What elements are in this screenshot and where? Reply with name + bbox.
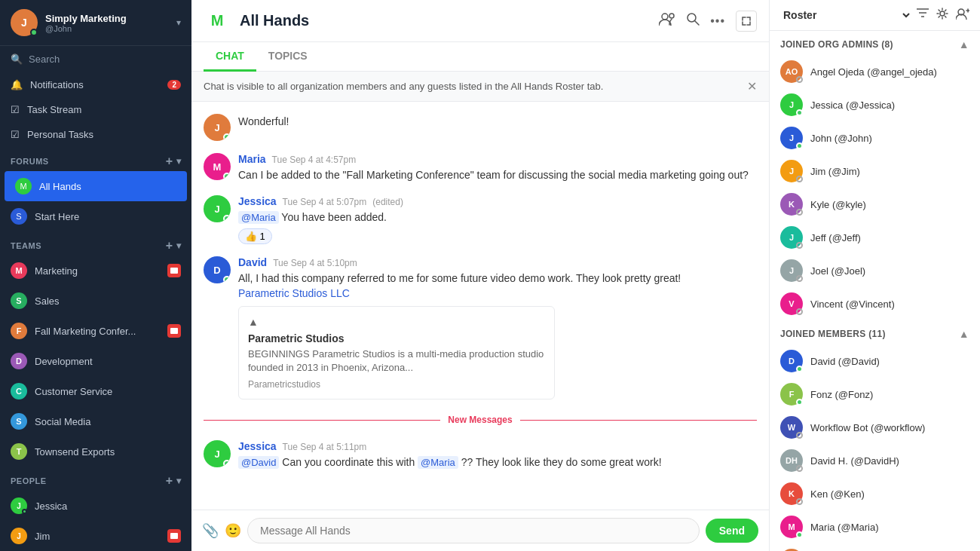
- roster-member[interactable]: M Melissa (@Melissa): [770, 543, 980, 551]
- message-input[interactable]: [247, 518, 700, 543]
- forums-collapse-icon[interactable]: ▾: [176, 156, 182, 167]
- thumbsup-reaction[interactable]: 👍 1: [238, 228, 272, 244]
- sidebar-item-jessica[interactable]: J Jessica: [0, 491, 191, 521]
- task-stream-item[interactable]: ☑ Task Stream: [0, 97, 191, 122]
- message-group-new: J Jessica Tue Sep 4 at 5:11pm @David Can…: [191, 434, 769, 476]
- msg-author-david[interactable]: David: [238, 256, 267, 268]
- kyle-avatar: K: [780, 193, 803, 216]
- sidebar-item-fall-marketing[interactable]: F Fall Marketing Confer...: [0, 316, 191, 346]
- new-messages-line-left: [204, 420, 440, 421]
- roster-member[interactable]: D David (@David): [770, 344, 980, 378]
- teams-collapse-icon[interactable]: ▾: [176, 240, 182, 251]
- roster-member[interactable]: DH David H. (@DavidH): [770, 444, 980, 477]
- sales-label: Sales: [35, 295, 60, 307]
- msg-time-jessica2: Tue Sep 4 at 5:11pm: [283, 442, 367, 452]
- roster-header-bar: Roster: [770, 0, 980, 31]
- roster-member[interactable]: M Maria (@Maria): [770, 510, 980, 543]
- sidebar-header[interactable]: J Simply Marketing @John ▾: [0, 0, 191, 46]
- msg-content-jessica2: Jessica Tue Sep 4 at 5:11pm @David Can y…: [238, 440, 757, 470]
- preview-toggle[interactable]: ▲: [248, 316, 259, 328]
- vincent-name: Vincent (@Vincent): [810, 298, 895, 310]
- new-messages-divider: New Messages: [191, 409, 769, 431]
- msg-author-jessica2[interactable]: Jessica: [238, 440, 277, 452]
- msg-header: Jessica Tue Sep 4 at 5:11pm: [238, 440, 757, 452]
- online-dot: [223, 133, 231, 141]
- msg-author-maria[interactable]: Maria: [238, 153, 266, 165]
- notifications-item[interactable]: 🔔 Notifications 2: [0, 72, 191, 97]
- roster-member[interactable]: J Jessica (@Jessica): [770, 88, 980, 121]
- personal-tasks-item[interactable]: ☑ Personal Tasks: [0, 122, 191, 147]
- members-icon[interactable]: [659, 12, 675, 29]
- members-collapse-icon[interactable]: ▲: [959, 328, 969, 340]
- mention-david[interactable]: @David: [238, 456, 279, 469]
- roster-member[interactable]: J Joel (@Joel): [770, 254, 980, 287]
- search-label: Search: [29, 54, 60, 65]
- tab-topics[interactable]: TOPICS: [256, 42, 320, 72]
- send-button[interactable]: Send: [706, 519, 758, 543]
- sidebar-item-customer-service[interactable]: C Customer Service: [0, 376, 191, 406]
- sidebar-item-all-hands[interactable]: M All Hands: [5, 171, 187, 201]
- jim-avatar: J: [11, 528, 27, 544]
- kyle-name: Kyle (@kyle): [810, 199, 866, 210]
- development-icon: D: [11, 353, 27, 369]
- notifications-badge: 2: [167, 80, 181, 90]
- roster-dropdown[interactable]: Roster: [780, 8, 912, 22]
- mention-maria2[interactable]: @Maria: [418, 456, 458, 469]
- message-group: D David Tue Sep 4 at 5:10pm All, I had t…: [191, 250, 769, 406]
- marketing-badge: [167, 264, 181, 277]
- search-item[interactable]: 🔍 Search: [0, 46, 191, 72]
- svg-rect-2: [170, 533, 178, 539]
- search-topbar-icon[interactable]: [686, 12, 700, 29]
- david-roster-name: David (@David): [810, 356, 880, 367]
- jessica-roster-name: Jessica (@Jessica): [810, 99, 895, 111]
- parametric-link[interactable]: Parametric Studios LLC: [238, 287, 350, 299]
- people-collapse-icon[interactable]: ▾: [176, 476, 182, 486]
- teams-add-icon[interactable]: +: [166, 239, 173, 253]
- close-banner-icon[interactable]: ✕: [747, 79, 757, 93]
- roster-member[interactable]: K Ken (@Ken): [770, 477, 980, 510]
- admins-collapse-icon[interactable]: ▲: [959, 38, 969, 51]
- people-add-icon[interactable]: +: [166, 474, 173, 488]
- jim-roster-name: Jim (@Jim): [810, 166, 860, 177]
- roster-panel: Roster: [769, 0, 980, 551]
- roster-member[interactable]: V Vincent (@Vincent): [770, 287, 980, 320]
- msg-content-jessica: Jessica Tue Sep 4 at 5:07pm (edited) @Ma…: [238, 195, 757, 244]
- roster-member[interactable]: AO Angel Ojeda (@angel_ojeda): [770, 55, 980, 88]
- tab-chat[interactable]: CHAT: [204, 42, 256, 72]
- settings-icon[interactable]: [936, 8, 948, 23]
- roster-member[interactable]: J John (@John): [770, 121, 980, 155]
- sidebar-item-start-here[interactable]: S Start Here: [0, 201, 191, 231]
- more-icon[interactable]: •••: [710, 14, 725, 28]
- fonz-avatar: F: [780, 383, 803, 406]
- search-icon: 🔍: [11, 54, 23, 65]
- add-member-icon[interactable]: [956, 8, 969, 23]
- sidebar-item-development[interactable]: D Development: [0, 346, 191, 376]
- mention-maria[interactable]: @Maria: [238, 211, 279, 224]
- reaction-container[interactable]: 👍 1: [238, 225, 757, 244]
- roster-member[interactable]: J Jeff (@Jeff): [770, 221, 980, 254]
- roster-member[interactable]: F Fonz (@Fonz): [770, 378, 980, 411]
- fall-marketing-label: Fall Marketing Confer...: [35, 326, 136, 337]
- msg-avatar: J: [204, 114, 231, 141]
- message-group: J Wonderful!: [191, 108, 769, 147]
- msg-time-jessica: Tue Sep 4 at 5:07pm: [283, 197, 367, 207]
- filter-icon[interactable]: [917, 8, 929, 23]
- marketing-icon: M: [11, 262, 27, 279]
- roster-member[interactable]: K Kyle (@kyle): [770, 188, 980, 221]
- sidebar-scroll: 🔍 Search 🔔 Notifications 2 ☑ Task Stream…: [0, 46, 191, 551]
- expand-button[interactable]: [736, 11, 757, 32]
- forums-add-icon[interactable]: +: [166, 155, 173, 168]
- sidebar-item-marketing[interactable]: M Marketing: [0, 256, 191, 286]
- sidebar-item-sales[interactable]: S Sales: [0, 286, 191, 316]
- sidebar-collapse-icon[interactable]: ▾: [176, 17, 181, 28]
- attachment-icon[interactable]: 📎: [202, 522, 219, 539]
- msg-text-david: All, I had this company referred to me f…: [238, 271, 757, 286]
- sidebar-item-townsend-exports[interactable]: T Townsend Exports: [0, 436, 191, 467]
- msg-author-jessica[interactable]: Jessica: [238, 195, 277, 207]
- sidebar-item-jim[interactable]: J Jim: [0, 521, 191, 551]
- roster-member[interactable]: W Workflow Bot (@workflow): [770, 411, 980, 444]
- roster-member[interactable]: J Jim (@Jim): [770, 155, 980, 188]
- sidebar-item-social-media[interactable]: S Social Media: [0, 406, 191, 436]
- forums-label: FORUMS: [11, 157, 49, 166]
- emoji-icon[interactable]: 🙂: [225, 522, 241, 539]
